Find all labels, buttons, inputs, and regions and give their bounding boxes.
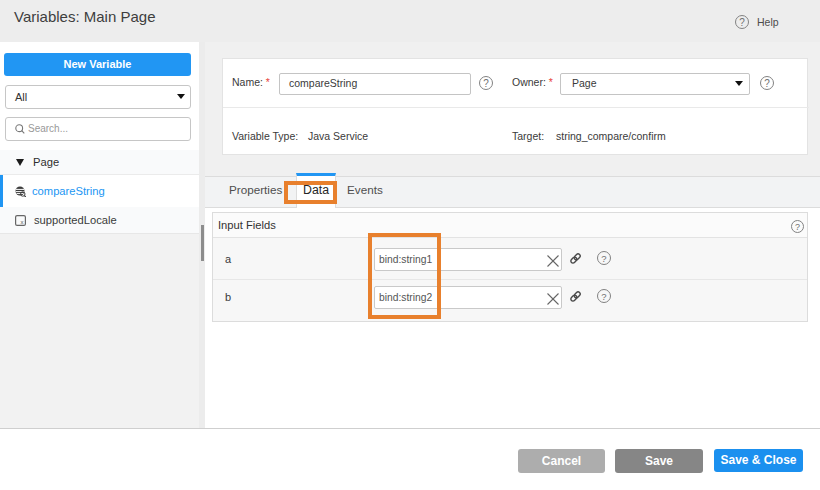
svg-text:x: x (21, 219, 24, 225)
